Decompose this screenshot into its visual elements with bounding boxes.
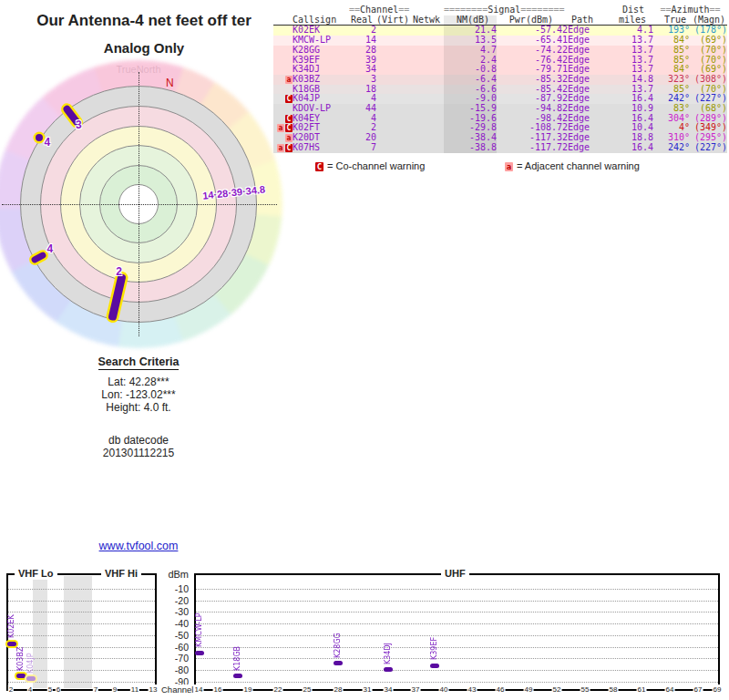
power-dbm-cell: -74.2 bbox=[497, 46, 562, 56]
network-cell bbox=[409, 36, 444, 46]
polar-marker-label: 4 bbox=[44, 136, 50, 149]
polar-marker-label: 3 bbox=[76, 118, 82, 131]
signal-marker bbox=[430, 664, 439, 668]
table-row: aK20DT20-38.4-117.32Edge18.8310°(295°) bbox=[273, 133, 727, 143]
channel-tick-label: 2 bbox=[8, 685, 14, 695]
channel-tick-label: 55 bbox=[580, 685, 590, 695]
network-cell bbox=[409, 143, 444, 153]
search-criteria: Search Criteria Lat: 42.28*** Lon: -123.… bbox=[29, 355, 248, 459]
adjacent-channel-legend: a= Adjacent channel warning bbox=[504, 160, 640, 171]
warning-cell: C bbox=[273, 94, 293, 104]
grid-line bbox=[196, 658, 718, 659]
channel-virt-cell bbox=[376, 133, 409, 143]
height-value: Height: 4.0 ft. bbox=[29, 401, 248, 414]
channel-tick-label: 64 bbox=[665, 685, 675, 695]
channel-tick-label: 58 bbox=[609, 685, 619, 695]
col-pwr: Pwr(dBm) bbox=[497, 15, 562, 26]
vhf-hi-label: VHF Hi bbox=[101, 568, 141, 580]
grid-line bbox=[8, 635, 155, 636]
signal-marker-label: K39EF bbox=[430, 632, 440, 660]
network-cell bbox=[409, 94, 444, 104]
col-nm: NM(dB) bbox=[444, 15, 497, 26]
channel-virt-cell bbox=[376, 26, 409, 36]
uhf-panel bbox=[194, 573, 720, 691]
signal-strength-chart: VHF Lo VHF Hi UHF dBm -10-20-30-40-50-60… bbox=[0, 565, 729, 700]
network-cell bbox=[409, 65, 444, 75]
grid-line bbox=[196, 635, 718, 636]
network-cell bbox=[409, 104, 444, 114]
network-cell bbox=[409, 114, 444, 124]
channel-tick-label: 49 bbox=[524, 685, 534, 695]
north-south-axis bbox=[139, 72, 139, 336]
dbm-tick-label: -30 bbox=[137, 606, 189, 617]
table-row: K02EK221.4-57.42Edge4.1193°(178°) bbox=[273, 26, 727, 36]
warning-cell bbox=[273, 56, 293, 66]
azimuth-magn-cell: (70°) bbox=[690, 46, 727, 56]
path-cell: 2Edge bbox=[562, 143, 602, 153]
callsign-cell: K28GG bbox=[293, 46, 349, 56]
col-real: Real bbox=[349, 15, 376, 26]
channel-tick-label: 34 bbox=[384, 685, 394, 695]
dbm-tick-label: -80 bbox=[137, 664, 189, 675]
table-row: KMCW-LP1413.5-65.41Edge13.784°(69°) bbox=[273, 36, 727, 46]
signal-marker bbox=[26, 676, 36, 681]
signal-marker-label: KMCW-LP bbox=[195, 610, 205, 647]
col-miles: miles bbox=[602, 15, 653, 26]
channel-tick-label: 67 bbox=[693, 685, 703, 695]
signal-marker bbox=[233, 674, 242, 678]
polar-marker-label: 2 bbox=[116, 265, 122, 278]
callsign-cell: K07HS bbox=[293, 143, 349, 153]
adjacent-channel-warning-icon: a bbox=[277, 144, 284, 152]
channel-virt-cell bbox=[376, 85, 409, 95]
adjacent-channel-warning-icon: a bbox=[277, 124, 284, 132]
polar-plot: Our Antenna-4 net feet off ter Analog On… bbox=[0, 0, 292, 351]
col-callsign: Callsign bbox=[293, 15, 349, 26]
channel-tick-label: 43 bbox=[467, 685, 477, 695]
table-row: CK04JP4-9.0-87.92Edge16.4242°(227°) bbox=[273, 94, 727, 104]
network-cell bbox=[409, 75, 444, 85]
channel-real-cell: 7 bbox=[349, 143, 376, 153]
east-west-axis bbox=[2, 204, 277, 205]
grid-line bbox=[196, 623, 718, 624]
table-row: KDOV-LP44-15.9-94.82Edge10.983°(68°) bbox=[273, 104, 727, 114]
signal-marker-label: K03BZ bbox=[16, 643, 26, 671]
grid-line bbox=[196, 670, 718, 671]
signal-marker-label: K04JP bbox=[26, 645, 36, 674]
polar-subtitle: Analog Only bbox=[0, 40, 288, 56]
col-true: True bbox=[653, 15, 690, 26]
table-row: K28GG284.7-74.22Edge13.785°(70°) bbox=[273, 46, 727, 56]
signal-marker bbox=[195, 651, 204, 655]
polar-marker-label: 4 bbox=[47, 242, 54, 255]
warning-cell: aC bbox=[273, 123, 293, 133]
warning-cell bbox=[273, 85, 293, 95]
channel-tick-label: 22 bbox=[273, 685, 283, 695]
signal-marker-label: K18GB bbox=[233, 643, 243, 671]
channel-tick-label: 9 bbox=[112, 685, 118, 695]
col-netwk: Netwk bbox=[409, 15, 444, 26]
distance-cell: 13.7 bbox=[602, 46, 653, 56]
network-cell bbox=[409, 56, 444, 66]
azimuth-true-cell: 85° bbox=[653, 46, 690, 56]
signal-marker-label: K02EK bbox=[7, 610, 17, 638]
grid-line bbox=[8, 601, 155, 602]
grid-line bbox=[196, 601, 718, 602]
grid-line bbox=[196, 612, 718, 612]
co-channel-warning-icon: C bbox=[285, 115, 293, 123]
table-row: K18GB18-6.6-85.42Edge13.785°(70°) bbox=[273, 85, 727, 95]
tvfool-link[interactable]: www.tvfool.com bbox=[99, 540, 179, 552]
dbm-tick-label: -20 bbox=[137, 595, 189, 606]
table-row: CK04EY4-19.6-98.42Edge16.4304°(289°) bbox=[273, 114, 727, 124]
grid-line bbox=[8, 623, 155, 624]
channel-tick-label: 16 bbox=[213, 685, 223, 695]
network-cell bbox=[409, 85, 444, 95]
dbm-tick-label: -40 bbox=[137, 618, 189, 629]
warning-cell bbox=[273, 36, 293, 46]
co-channel-warning-icon: C bbox=[285, 144, 293, 152]
channel-virt-cell bbox=[376, 65, 409, 75]
polar-title: Our Antenna-4 net feet off ter bbox=[0, 12, 288, 30]
dbm-tick-label: -10 bbox=[137, 583, 189, 594]
channel-virt-cell bbox=[376, 46, 409, 56]
grid-line bbox=[8, 682, 155, 683]
grid-line bbox=[196, 682, 718, 683]
channel-tick-label: 31 bbox=[363, 685, 373, 695]
